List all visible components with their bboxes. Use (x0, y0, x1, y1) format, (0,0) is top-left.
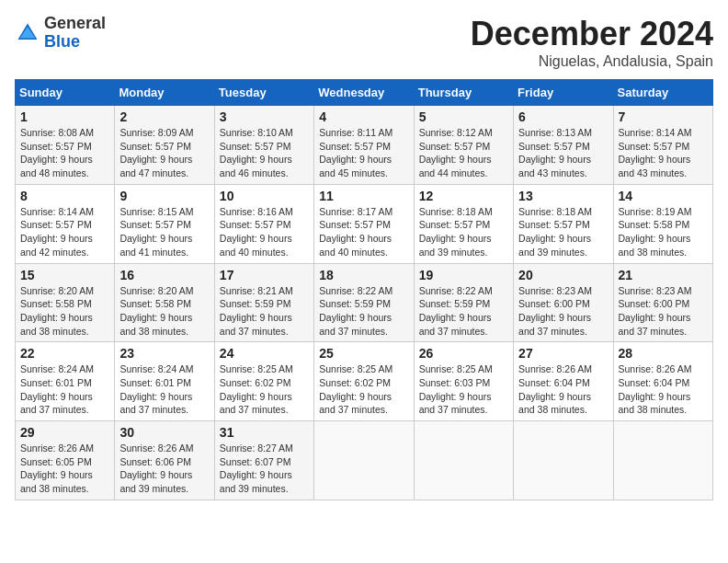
day-info: Sunrise: 8:09 AMSunset: 5:57 PMDaylight:… (119, 126, 209, 180)
calendar-header-wednesday: Wednesday (314, 80, 414, 106)
day-number: 30 (119, 425, 209, 440)
day-number: 15 (20, 268, 109, 282)
logo-general: General (44, 14, 106, 32)
day-info: Sunrise: 8:24 AMSunset: 6:01 PMDaylight:… (20, 362, 109, 417)
page-header: General Blue December 2024 Niguelas, And… (15, 15, 713, 70)
day-number: 18 (319, 268, 408, 282)
day-info: Sunrise: 8:15 AMSunset: 5:57 PMDaylight:… (119, 205, 209, 259)
day-info: Sunrise: 8:10 AMSunset: 5:57 PMDaylight:… (220, 126, 309, 180)
calendar-cell (314, 421, 414, 500)
day-number: 17 (220, 268, 309, 282)
day-number: 4 (319, 109, 408, 124)
logo-blue: Blue (44, 32, 80, 51)
calendar-cell: 11 Sunrise: 8:17 AMSunset: 5:57 PMDaylig… (314, 184, 414, 263)
day-info: Sunrise: 8:13 AMSunset: 5:57 PMDaylight:… (518, 126, 608, 180)
day-info: Sunrise: 8:25 AMSunset: 6:03 PMDaylight:… (419, 362, 508, 417)
calendar-week-row: 29 Sunrise: 8:26 AMSunset: 6:05 PMDaylig… (16, 421, 713, 500)
calendar-cell: 3 Sunrise: 8:10 AMSunset: 5:57 PMDayligh… (214, 106, 313, 185)
day-info: Sunrise: 8:16 AMSunset: 5:57 PMDaylight:… (220, 205, 309, 259)
calendar-cell: 26 Sunrise: 8:25 AMSunset: 6:03 PMDaylig… (414, 342, 513, 421)
day-info: Sunrise: 8:25 AMSunset: 6:02 PMDaylight:… (319, 362, 408, 417)
day-info: Sunrise: 8:26 AMSunset: 6:06 PMDaylight:… (119, 442, 209, 496)
logo: General Blue (15, 15, 106, 52)
day-number: 8 (20, 189, 109, 203)
logo-icon (15, 20, 40, 46)
month-title: December 2024 (471, 15, 713, 53)
day-number: 19 (419, 268, 508, 282)
day-number: 12 (419, 189, 508, 203)
day-number: 11 (319, 189, 408, 203)
day-info: Sunrise: 8:26 AMSunset: 6:05 PMDaylight:… (20, 442, 109, 496)
calendar-cell: 31 Sunrise: 8:27 AMSunset: 6:07 PMDaylig… (214, 421, 313, 500)
day-info: Sunrise: 8:24 AMSunset: 6:01 PMDaylight:… (119, 362, 209, 417)
day-number: 5 (419, 109, 508, 124)
calendar-cell: 24 Sunrise: 8:25 AMSunset: 6:02 PMDaylig… (214, 342, 313, 421)
day-info: Sunrise: 8:12 AMSunset: 5:57 PMDaylight:… (419, 126, 508, 180)
day-info: Sunrise: 8:21 AMSunset: 5:59 PMDaylight:… (220, 284, 309, 339)
calendar-cell: 9 Sunrise: 8:15 AMSunset: 5:57 PMDayligh… (115, 184, 214, 263)
day-number: 23 (119, 346, 209, 361)
day-number: 31 (220, 425, 309, 440)
title-block: December 2024 Niguelas, Andalusia, Spain (471, 15, 713, 70)
day-number: 24 (220, 346, 309, 361)
day-info: Sunrise: 8:14 AMSunset: 5:57 PMDaylight:… (619, 126, 708, 180)
calendar-header-row: SundayMondayTuesdayWednesdayThursdayFrid… (16, 80, 713, 106)
calendar-body: 1 Sunrise: 8:08 AMSunset: 5:57 PMDayligh… (16, 106, 713, 500)
day-info: Sunrise: 8:20 AMSunset: 5:58 PMDaylight:… (119, 284, 209, 339)
day-number: 9 (119, 189, 209, 203)
day-number: 28 (619, 346, 708, 361)
calendar-cell (613, 421, 712, 500)
day-info: Sunrise: 8:23 AMSunset: 6:00 PMDaylight:… (619, 284, 708, 339)
calendar-cell: 13 Sunrise: 8:18 AMSunset: 5:57 PMDaylig… (514, 184, 613, 263)
day-info: Sunrise: 8:23 AMSunset: 6:00 PMDaylight:… (518, 284, 608, 339)
calendar-week-row: 8 Sunrise: 8:14 AMSunset: 5:57 PMDayligh… (16, 184, 713, 263)
calendar-header-monday: Monday (115, 80, 214, 106)
calendar-header-friday: Friday (514, 80, 613, 106)
calendar-cell: 17 Sunrise: 8:21 AMSunset: 5:59 PMDaylig… (214, 263, 313, 342)
day-info: Sunrise: 8:20 AMSunset: 5:58 PMDaylight:… (20, 284, 109, 339)
day-info: Sunrise: 8:25 AMSunset: 6:02 PMDaylight:… (220, 362, 309, 417)
logo-text: General Blue (44, 15, 106, 52)
day-info: Sunrise: 8:19 AMSunset: 5:58 PMDaylight:… (619, 205, 708, 259)
calendar-cell: 25 Sunrise: 8:25 AMSunset: 6:02 PMDaylig… (314, 342, 414, 421)
calendar-cell: 27 Sunrise: 8:26 AMSunset: 6:04 PMDaylig… (514, 342, 613, 421)
day-info: Sunrise: 8:14 AMSunset: 5:57 PMDaylight:… (20, 205, 109, 259)
calendar-cell (414, 421, 513, 500)
calendar-cell: 23 Sunrise: 8:24 AMSunset: 6:01 PMDaylig… (115, 342, 214, 421)
day-number: 27 (518, 346, 608, 361)
day-number: 29 (20, 425, 109, 440)
calendar-cell: 20 Sunrise: 8:23 AMSunset: 6:00 PMDaylig… (514, 263, 613, 342)
day-info: Sunrise: 8:26 AMSunset: 6:04 PMDaylight:… (619, 362, 708, 417)
day-info: Sunrise: 8:18 AMSunset: 5:57 PMDaylight:… (518, 205, 608, 259)
day-number: 20 (518, 268, 608, 282)
day-number: 2 (119, 109, 209, 124)
day-number: 14 (619, 189, 708, 203)
calendar-cell: 28 Sunrise: 8:26 AMSunset: 6:04 PMDaylig… (613, 342, 712, 421)
calendar-cell: 5 Sunrise: 8:12 AMSunset: 5:57 PMDayligh… (414, 106, 513, 185)
location-title: Niguelas, Andalusia, Spain (471, 53, 713, 70)
day-number: 21 (619, 268, 708, 282)
calendar-cell: 14 Sunrise: 8:19 AMSunset: 5:58 PMDaylig… (613, 184, 712, 263)
calendar-cell: 29 Sunrise: 8:26 AMSunset: 6:05 PMDaylig… (16, 421, 115, 500)
day-info: Sunrise: 8:11 AMSunset: 5:57 PMDaylight:… (319, 126, 408, 180)
calendar-cell: 15 Sunrise: 8:20 AMSunset: 5:58 PMDaylig… (16, 263, 115, 342)
day-number: 22 (20, 346, 109, 361)
calendar-cell: 1 Sunrise: 8:08 AMSunset: 5:57 PMDayligh… (16, 106, 115, 185)
calendar-cell: 30 Sunrise: 8:26 AMSunset: 6:06 PMDaylig… (115, 421, 214, 500)
calendar-cell: 22 Sunrise: 8:24 AMSunset: 6:01 PMDaylig… (16, 342, 115, 421)
calendar: SundayMondayTuesdayWednesdayThursdayFrid… (15, 79, 713, 500)
calendar-header-sunday: Sunday (16, 80, 115, 106)
day-number: 13 (518, 189, 608, 203)
calendar-cell: 19 Sunrise: 8:22 AMSunset: 5:59 PMDaylig… (414, 263, 513, 342)
day-number: 7 (619, 109, 708, 124)
calendar-week-row: 15 Sunrise: 8:20 AMSunset: 5:58 PMDaylig… (16, 263, 713, 342)
calendar-cell: 7 Sunrise: 8:14 AMSunset: 5:57 PMDayligh… (613, 106, 712, 185)
day-number: 25 (319, 346, 408, 361)
day-number: 1 (20, 109, 109, 124)
calendar-cell: 21 Sunrise: 8:23 AMSunset: 6:00 PMDaylig… (613, 263, 712, 342)
day-info: Sunrise: 8:17 AMSunset: 5:57 PMDaylight:… (319, 205, 408, 259)
day-number: 10 (220, 189, 309, 203)
calendar-cell: 16 Sunrise: 8:20 AMSunset: 5:58 PMDaylig… (115, 263, 214, 342)
day-number: 26 (419, 346, 508, 361)
calendar-cell: 18 Sunrise: 8:22 AMSunset: 5:59 PMDaylig… (314, 263, 414, 342)
